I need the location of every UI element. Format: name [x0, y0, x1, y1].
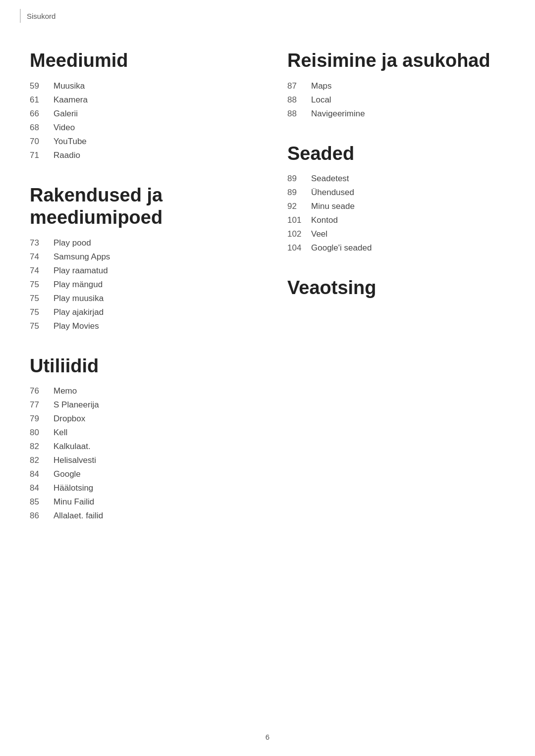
toc-label: Häälotsing: [54, 483, 93, 493]
page-number: 6: [266, 733, 269, 741]
toc-label: Play pood: [54, 238, 91, 248]
toc-number: 75: [30, 294, 54, 303]
right-column: Reisimine ja asukohad87Maps88Local88Navi…: [268, 50, 505, 545]
toc-label: Video: [54, 123, 75, 133]
toc-number: 59: [30, 81, 54, 91]
toc-label: Kell: [54, 428, 67, 438]
toc-label: Allalaet. failid: [54, 511, 103, 521]
toc-number: 74: [30, 252, 54, 262]
toc-item: 75Play mängud: [30, 280, 248, 290]
toc-item: 59Muusika: [30, 81, 248, 91]
toc-label: Samsung Apps: [54, 252, 110, 262]
toc-item: 86Allalaet. failid: [30, 511, 248, 521]
section-utiliidid: Utiliidid76Memo77S Planeerija79Dropbox80…: [30, 355, 248, 521]
toc-label: Ühendused: [311, 188, 354, 198]
toc-number: 76: [30, 386, 54, 396]
toc-item: 88Navigeerimine: [287, 109, 505, 119]
toc-item: 87Maps: [287, 81, 505, 91]
toc-label: Memo: [54, 386, 77, 396]
toc-item: 84Häälotsing: [30, 483, 248, 493]
toc-label: Seadetest: [311, 174, 349, 184]
toc-label: Maps: [311, 81, 332, 91]
toc-label: Play muusika: [54, 294, 104, 303]
toc-item: 77S Planeerija: [30, 400, 248, 410]
toc-number: 85: [30, 497, 54, 507]
toc-number: 89: [287, 188, 311, 198]
toc-number: 75: [30, 307, 54, 317]
toc-label: Navigeerimine: [311, 109, 365, 119]
toc-item: 76Memo: [30, 386, 248, 396]
section-title-reisimine: Reisimine ja asukohad: [287, 50, 505, 72]
toc-item: 70YouTube: [30, 137, 248, 147]
toc-list-seaded: 89Seadetest89Ühendused92Minu seade101Kon…: [287, 174, 505, 253]
toc-number: 88: [287, 95, 311, 105]
toc-item: 74Samsung Apps: [30, 252, 248, 262]
toc-item: 101Kontod: [287, 215, 505, 225]
toc-number: 80: [30, 428, 54, 438]
toc-number: 61: [30, 95, 54, 105]
toc-item: 61Kaamera: [30, 95, 248, 105]
content-grid: Meediumid59Muusika61Kaamera66Galerii68Vi…: [30, 50, 505, 545]
toc-item: 80Kell: [30, 428, 248, 438]
toc-number: 71: [30, 151, 54, 160]
toc-label: Local: [311, 95, 331, 105]
toc-label: Minu Failid: [54, 497, 94, 507]
toc-item: 75Play Movies: [30, 321, 248, 331]
toc-label: Raadio: [54, 151, 80, 160]
toc-label: Dropbox: [54, 414, 85, 424]
toc-item: 68Video: [30, 123, 248, 133]
toc-item: 84Google: [30, 469, 248, 479]
section-title-meediumid: Meediumid: [30, 50, 248, 72]
toc-item: 82Kalkulaat.: [30, 442, 248, 452]
toc-item: 89Seadetest: [287, 174, 505, 184]
toc-label: Kalkulaat.: [54, 442, 91, 452]
toc-label: Play mängud: [54, 280, 103, 290]
section-rakendused: Rakendused ja meediumipoed73Play pood74S…: [30, 184, 248, 331]
toc-label: Galerii: [54, 109, 78, 119]
section-meediumid: Meediumid59Muusika61Kaamera66Galerii68Vi…: [30, 50, 248, 160]
toc-list-meediumid: 59Muusika61Kaamera66Galerii68Video70YouT…: [30, 81, 248, 160]
left-column: Meediumid59Muusika61Kaamera66Galerii68Vi…: [30, 50, 268, 545]
toc-label: Google: [54, 469, 81, 479]
toc-number: 92: [287, 202, 311, 211]
toc-number: 82: [30, 442, 54, 452]
toc-number: 89: [287, 174, 311, 184]
toc-number: 77: [30, 400, 54, 410]
section-veaotsing: Veaotsing: [287, 277, 505, 300]
toc-label: Helisalvesti: [54, 455, 96, 465]
toc-number: 79: [30, 414, 54, 424]
toc-number: 104: [287, 243, 311, 253]
toc-item: 104Google'i seaded: [287, 243, 505, 253]
toc-number: 68: [30, 123, 54, 133]
toc-number: 75: [30, 280, 54, 290]
toc-number: 82: [30, 455, 54, 465]
toc-label: Muusika: [54, 81, 85, 91]
toc-number: 84: [30, 469, 54, 479]
toc-item: 92Minu seade: [287, 202, 505, 211]
toc-label: Play ajakirjad: [54, 307, 104, 317]
section-reisimine: Reisimine ja asukohad87Maps88Local88Navi…: [287, 50, 505, 119]
toc-number: 66: [30, 109, 54, 119]
toc-label: Kaamera: [54, 95, 88, 105]
toc-item: 66Galerii: [30, 109, 248, 119]
toc-number: 84: [30, 483, 54, 493]
toc-number: 70: [30, 137, 54, 147]
toc-label: Veel: [311, 229, 327, 239]
toc-label: YouTube: [54, 137, 87, 147]
toc-number: 102: [287, 229, 311, 239]
toc-label: Google'i seaded: [311, 243, 372, 253]
toc-number: 73: [30, 238, 54, 248]
page-container: Sisukord Meediumid59Muusika61Kaamera66Ga…: [0, 0, 535, 756]
toc-number: 86: [30, 511, 54, 521]
toc-item: 82Helisalvesti: [30, 455, 248, 465]
toc-item: 79Dropbox: [30, 414, 248, 424]
toc-number: 101: [287, 215, 311, 225]
toc-item: 74Play raamatud: [30, 266, 248, 276]
toc-label: S Planeerija: [54, 400, 99, 410]
section-title-rakendused: Rakendused ja meediumipoed: [30, 184, 248, 229]
toc-label: Play raamatud: [54, 266, 108, 276]
toc-item: 102Veel: [287, 229, 505, 239]
section-title-utiliidid: Utiliidid: [30, 355, 248, 378]
toc-item: 88Local: [287, 95, 505, 105]
toc-number: 75: [30, 321, 54, 331]
